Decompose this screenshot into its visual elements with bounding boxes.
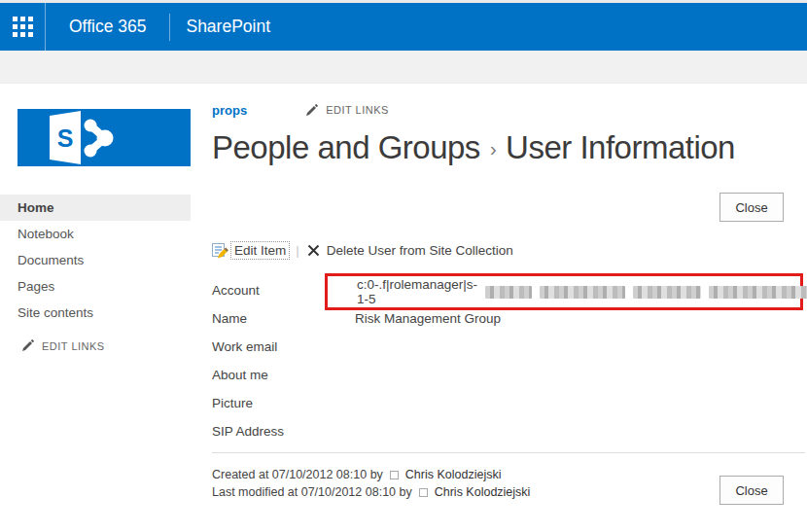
item-toolbar: Edit Item | Delete User from Site Collec…: [212, 240, 805, 260]
account-value: c:0-.f|rolemanager|s-1-5: [357, 277, 477, 306]
page-title: People and Groups›User Information: [212, 129, 805, 166]
sidebar: S Home Notebook Documents Pages Site con…: [0, 84, 191, 352]
breadcrumb-edit-links[interactable]: EDIT LINKS: [305, 104, 389, 117]
modified-by-user-link[interactable]: Chris Kolodziejski: [435, 483, 531, 501]
sharepoint-site-logo[interactable]: S: [18, 109, 191, 166]
sidebar-edit-links[interactable]: EDIT LINKS: [21, 339, 191, 352]
account-highlight-box: c:0-.f|rolemanager|s-1-5: [325, 273, 803, 310]
page-title-primary: People and Groups: [212, 129, 480, 165]
toolbar-separator: |: [296, 243, 299, 258]
edit-item-label: Edit Item: [230, 241, 290, 260]
field-row-picture: Picture: [212, 394, 805, 422]
suite-bar: Office 365 SharePoint: [0, 3, 807, 51]
modified-text: Last modified at 07/10/2012 08:10 by: [212, 483, 412, 501]
pencil-icon: [21, 339, 34, 352]
field-label: About me: [212, 366, 355, 382]
title-separator-chevron: ›: [490, 138, 496, 160]
presence-indicator-icon: [390, 471, 399, 479]
delete-user-button[interactable]: Delete User from Site Collection: [307, 243, 513, 258]
presence-indicator-icon: [419, 488, 428, 497]
pencil-icon: [305, 104, 318, 117]
field-row-name: Name Risk Management Group: [212, 309, 805, 337]
item-metadata-footer: Created at 07/10/2012 08:10 by Chris Kol…: [212, 466, 805, 501]
edit-item-icon: [212, 242, 228, 259]
page-title-secondary: User Information: [506, 129, 735, 165]
logo-letter: S: [57, 124, 74, 152]
field-label: SIP Address: [212, 422, 355, 439]
user-info-fields: Account c:0-.f|rolemanager|s-1-5 Name Ri…: [212, 281, 805, 450]
breadcrumb: props EDIT LINKS: [212, 102, 805, 118]
app-launcher-button[interactable]: [0, 3, 45, 51]
edit-links-label: EDIT LINKS: [42, 340, 105, 352]
field-row-work-email: Work email: [212, 337, 805, 366]
breadcrumb-site-link[interactable]: props: [212, 103, 247, 118]
created-line: Created at 07/10/2012 08:10 by Chris Kol…: [212, 466, 805, 483]
field-row-sip-address: SIP Address: [212, 422, 805, 450]
sidebar-item-pages[interactable]: Pages: [0, 273, 191, 300]
edit-item-button[interactable]: Edit Item: [212, 241, 290, 260]
field-label: Picture: [212, 394, 355, 410]
field-label: Name: [212, 309, 355, 326]
modified-line: Last modified at 07/10/2012 08:10 by Chr…: [212, 483, 805, 501]
close-button-top[interactable]: Close: [719, 193, 784, 222]
redacted-account-value: [485, 286, 807, 299]
close-button-bottom[interactable]: Close: [719, 476, 784, 505]
field-value: Risk Management Group: [355, 309, 501, 326]
edit-links-label: EDIT LINKS: [326, 104, 389, 116]
field-row-about-me: About me: [212, 366, 805, 394]
sidebar-item-site-contents[interactable]: Site contents: [0, 300, 191, 326]
left-nav: Home Notebook Documents Pages Site conte…: [0, 195, 191, 326]
main-content: props EDIT LINKS People and Groups›User …: [212, 84, 805, 501]
waffle-icon: [13, 17, 33, 37]
created-text: Created at 07/10/2012 08:10 by: [212, 466, 383, 483]
sidebar-item-documents[interactable]: Documents: [0, 247, 191, 273]
ribbon-band: [0, 51, 807, 84]
footer-divider: [212, 452, 805, 453]
delete-x-icon: [307, 244, 320, 257]
delete-user-label: Delete User from Site Collection: [327, 243, 513, 258]
office365-brand-link[interactable]: Office 365: [46, 3, 169, 51]
created-by-user-link[interactable]: Chris Kolodziejski: [405, 466, 502, 483]
sidebar-item-notebook[interactable]: Notebook: [0, 221, 191, 247]
field-label: Work email: [212, 337, 355, 354]
sidebar-item-home[interactable]: Home: [0, 195, 191, 221]
sharepoint-app-link[interactable]: SharePoint: [170, 3, 286, 51]
field-row-account: Account c:0-.f|rolemanager|s-1-5: [212, 281, 805, 309]
